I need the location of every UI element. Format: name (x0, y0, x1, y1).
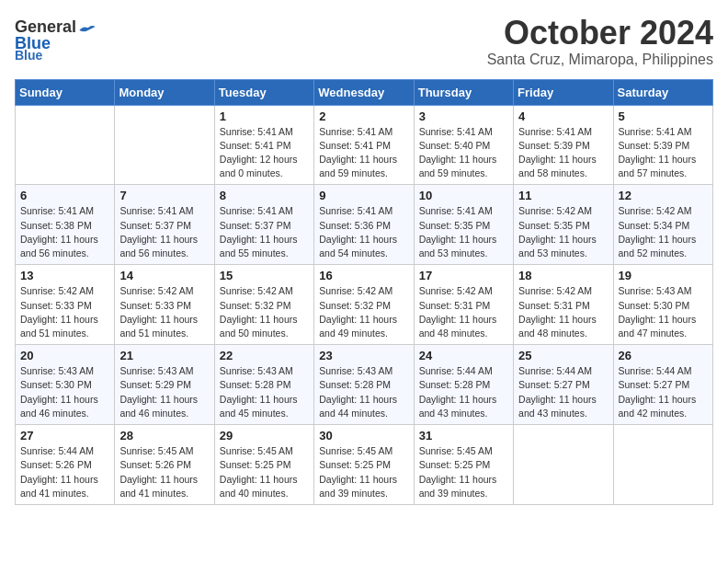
daylight-text: Daylight: 11 hours and 41 minutes. (20, 473, 109, 500)
daylight-text: Daylight: 11 hours and 39 minutes. (419, 473, 508, 500)
day-info: Sunrise: 5:42 AMSunset: 5:34 PMDaylight:… (619, 204, 708, 260)
day-info: Sunrise: 5:42 AMSunset: 5:35 PMDaylight:… (518, 204, 608, 260)
location-title: Santa Cruz, Mimaropa, Philippines (487, 52, 713, 68)
weekday-header-cell: Tuesday (214, 79, 313, 105)
sunrise-text: Sunrise: 5:44 AM (419, 364, 508, 378)
day-number: 31 (419, 429, 508, 442)
calendar-week-row: 27Sunrise: 5:44 AMSunset: 5:26 PMDayligh… (16, 425, 713, 505)
day-number: 27 (20, 429, 109, 442)
sunset-text: Sunset: 5:25 PM (319, 458, 408, 472)
daylight-text: Daylight: 11 hours and 46 minutes. (20, 393, 109, 420)
daylight-text: Daylight: 11 hours and 55 minutes. (220, 233, 309, 260)
sunset-text: Sunset: 5:32 PM (319, 299, 408, 313)
daylight-text: Daylight: 11 hours and 59 minutes. (319, 153, 408, 180)
sunrise-text: Sunrise: 5:43 AM (220, 364, 309, 378)
daylight-text: Daylight: 11 hours and 48 minutes. (419, 313, 508, 340)
calendar-day-cell: 18Sunrise: 5:42 AMSunset: 5:31 PMDayligh… (514, 265, 613, 345)
day-number: 4 (518, 109, 608, 123)
calendar-day-cell: 12Sunrise: 5:42 AMSunset: 5:34 PMDayligh… (613, 185, 712, 265)
day-number: 28 (119, 429, 209, 442)
calendar-day-cell (514, 425, 613, 505)
day-number: 5 (619, 109, 708, 123)
day-info: Sunrise: 5:43 AMSunset: 5:28 PMDaylight:… (319, 364, 408, 420)
sunset-text: Sunset: 5:37 PM (119, 219, 209, 233)
calendar-day-cell: 7Sunrise: 5:41 AMSunset: 5:37 PMDaylight… (115, 185, 214, 265)
day-number: 15 (220, 269, 309, 282)
day-info: Sunrise: 5:43 AMSunset: 5:30 PMDaylight:… (20, 364, 109, 420)
sunrise-text: Sunrise: 5:41 AM (319, 125, 408, 139)
day-info: Sunrise: 5:41 AMSunset: 5:37 PMDaylight:… (119, 204, 209, 260)
logo-text: GeneralBlue (15, 18, 76, 52)
daylight-text: Daylight: 11 hours and 59 minutes. (419, 153, 508, 180)
weekday-header-cell: Wednesday (314, 79, 414, 105)
calendar-day-cell: 15Sunrise: 5:42 AMSunset: 5:32 PMDayligh… (214, 265, 313, 345)
day-info: Sunrise: 5:41 AMSunset: 5:41 PMDaylight:… (220, 125, 309, 181)
daylight-text: Daylight: 11 hours and 56 minutes. (119, 233, 209, 260)
day-number: 2 (319, 109, 408, 123)
day-number: 19 (619, 269, 708, 282)
day-number: 13 (20, 269, 109, 282)
sunset-text: Sunset: 5:38 PM (20, 219, 109, 233)
day-info: Sunrise: 5:41 AMSunset: 5:38 PMDaylight:… (20, 204, 109, 260)
sunset-text: Sunset: 5:41 PM (220, 139, 309, 153)
daylight-text: Daylight: 11 hours and 53 minutes. (419, 233, 508, 260)
sunset-text: Sunset: 5:27 PM (518, 378, 608, 392)
sunrise-text: Sunrise: 5:44 AM (20, 444, 109, 458)
daylight-text: Daylight: 11 hours and 41 minutes. (119, 473, 209, 500)
sunset-text: Sunset: 5:30 PM (20, 378, 109, 392)
sunrise-text: Sunrise: 5:44 AM (518, 364, 608, 378)
sunrise-text: Sunrise: 5:43 AM (619, 284, 708, 298)
weekday-header-cell: Monday (115, 79, 214, 105)
sunset-text: Sunset: 5:34 PM (619, 219, 708, 233)
sunrise-text: Sunrise: 5:41 AM (518, 125, 608, 139)
day-number: 7 (119, 189, 209, 202)
day-info: Sunrise: 5:43 AMSunset: 5:28 PMDaylight:… (220, 364, 309, 420)
daylight-text: Daylight: 11 hours and 39 minutes. (319, 473, 408, 500)
sunset-text: Sunset: 5:25 PM (220, 458, 309, 472)
sunrise-text: Sunrise: 5:42 AM (518, 284, 608, 298)
day-info: Sunrise: 5:42 AMSunset: 5:31 PMDaylight:… (518, 284, 608, 340)
daylight-text: Daylight: 11 hours and 42 minutes. (619, 393, 708, 420)
day-number: 11 (518, 189, 608, 202)
day-info: Sunrise: 5:43 AMSunset: 5:30 PMDaylight:… (619, 284, 708, 340)
sunset-text: Sunset: 5:29 PM (119, 378, 209, 392)
daylight-text: Daylight: 11 hours and 51 minutes. (20, 313, 109, 340)
calendar-day-cell: 21Sunrise: 5:43 AMSunset: 5:29 PMDayligh… (115, 345, 214, 425)
day-info: Sunrise: 5:41 AMSunset: 5:35 PMDaylight:… (419, 204, 508, 260)
day-info: Sunrise: 5:41 AMSunset: 5:39 PMDaylight:… (619, 125, 708, 181)
sunrise-text: Sunrise: 5:44 AM (619, 364, 708, 378)
day-info: Sunrise: 5:41 AMSunset: 5:41 PMDaylight:… (319, 125, 408, 181)
sunset-text: Sunset: 5:41 PM (319, 139, 408, 153)
sunrise-text: Sunrise: 5:45 AM (119, 444, 209, 458)
day-number: 30 (319, 429, 408, 442)
day-number: 20 (20, 349, 109, 362)
day-number: 24 (419, 349, 508, 362)
calendar: SundayMondayTuesdayWednesdayThursdayFrid… (15, 79, 713, 505)
sunset-text: Sunset: 5:26 PM (20, 458, 109, 472)
day-number: 1 (220, 109, 309, 123)
sunrise-text: Sunrise: 5:42 AM (220, 284, 309, 298)
calendar-day-cell: 14Sunrise: 5:42 AMSunset: 5:33 PMDayligh… (115, 265, 214, 345)
calendar-day-cell: 26Sunrise: 5:44 AMSunset: 5:27 PMDayligh… (613, 345, 712, 425)
calendar-day-cell: 9Sunrise: 5:41 AMSunset: 5:36 PMDaylight… (314, 185, 414, 265)
day-info: Sunrise: 5:42 AMSunset: 5:33 PMDaylight:… (119, 284, 209, 340)
sunrise-text: Sunrise: 5:42 AM (119, 284, 209, 298)
sunset-text: Sunset: 5:26 PM (119, 458, 209, 472)
daylight-text: Daylight: 11 hours and 43 minutes. (419, 393, 508, 420)
calendar-week-row: 20Sunrise: 5:43 AMSunset: 5:30 PMDayligh… (16, 345, 713, 425)
daylight-text: Daylight: 11 hours and 53 minutes. (518, 233, 608, 260)
day-info: Sunrise: 5:45 AMSunset: 5:25 PMDaylight:… (319, 444, 408, 500)
daylight-text: Daylight: 11 hours and 45 minutes. (220, 393, 309, 420)
sunrise-text: Sunrise: 5:42 AM (319, 284, 408, 298)
day-number: 14 (119, 269, 209, 282)
day-info: Sunrise: 5:44 AMSunset: 5:27 PMDaylight:… (619, 364, 708, 420)
calendar-week-row: 13Sunrise: 5:42 AMSunset: 5:33 PMDayligh… (16, 265, 713, 345)
day-number: 17 (419, 269, 508, 282)
calendar-day-cell: 5Sunrise: 5:41 AMSunset: 5:39 PMDaylight… (613, 105, 712, 185)
calendar-day-cell: 22Sunrise: 5:43 AMSunset: 5:28 PMDayligh… (214, 345, 313, 425)
daylight-text: Daylight: 11 hours and 57 minutes. (619, 153, 708, 180)
calendar-day-cell: 4Sunrise: 5:41 AMSunset: 5:39 PMDaylight… (514, 105, 613, 185)
day-info: Sunrise: 5:42 AMSunset: 5:32 PMDaylight:… (220, 284, 309, 340)
sunset-text: Sunset: 5:32 PM (220, 299, 309, 313)
calendar-day-cell: 2Sunrise: 5:41 AMSunset: 5:41 PMDaylight… (314, 105, 414, 185)
